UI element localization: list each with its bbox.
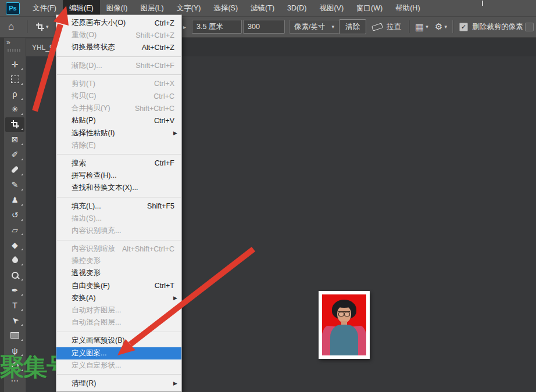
menubar-item[interactable]: 编辑(E) [63,0,100,16]
tool-flyout-corner [21,113,23,115]
menu-item-shortcut: Shift+F5 [147,202,174,210]
clone-stamp-tool[interactable]: ♟ [5,193,24,207]
content-aware-checkbox[interactable] [525,23,534,31]
options-divider [452,20,453,33]
tool-flyout-corner [21,264,23,265]
tool-flyout-corner [21,68,23,70]
tool-flyout-corner [21,249,23,250]
menu-separator [57,56,181,57]
home-icon[interactable]: ⌂ [8,21,14,33]
menu-item-label: 拼写检查(H)... [72,171,117,181]
magic-wand-tool[interactable]: ✳ [5,102,24,117]
resolution-unit-dropdown[interactable]: 像素/英寸 ▾ [289,20,340,34]
blur-tool[interactable] [5,253,24,267]
menu-item-label: 重做(O) [72,30,97,40]
menubar-item[interactable]: 图像(I) [100,0,134,16]
path-select-tool[interactable]: ➤ [5,313,24,328]
menu-item-shortcut: Ctrl+C [153,92,174,100]
submenu-arrow-icon: ▶ [173,130,177,136]
brush-tool[interactable]: ✎ [5,178,24,192]
delete-cropped-pixels-label[interactable]: 删除裁剪的像素 [472,22,523,32]
menu-item-label: 定义自定形状... [72,361,121,371]
crop-tool-preset-icon[interactable] [36,23,44,31]
menu-item-label: 选择性粘贴(I) [72,128,115,138]
menu-item[interactable]: 定义画笔预设(B)... [56,335,181,347]
lasso-tool-icon: ρ [13,90,17,98]
chevron-down-icon[interactable]: ▾ [46,24,49,30]
menubar-item[interactable]: 滤镜(T) [244,0,281,16]
menu-item[interactable]: 查找和替换文本(X)... [56,182,181,194]
eyedropper-tool[interactable]: ✐ [5,148,24,162]
menu-item: 清除(E) [56,139,181,152]
crop-resolution-input[interactable] [243,20,285,34]
move-tool[interactable]: ✛ [5,57,24,71]
menu-item[interactable]: 清理(R)▶ [56,377,181,390]
menu-item-shortcut: Alt+Shift+Ctrl+C [122,245,174,253]
straighten-label[interactable]: 拉直 [387,22,401,32]
rectangle-tool[interactable] [5,328,24,343]
magic-wand-tool-icon: ✳ [12,105,19,113]
crop-width-input[interactable] [192,20,242,34]
menu-item-label: 描边(S)... [72,214,102,224]
document-tab-label: YHL_9 [32,44,53,52]
eraser-tool[interactable]: ▱ [5,222,24,237]
menu-item[interactable]: 填充(L)...Shift+F5 [56,200,181,212]
menu-item[interactable]: 变换(A)▶ [56,292,181,304]
tool-flyout-corner [21,233,23,235]
paint-bucket-tool[interactable]: ◆ [5,238,24,252]
menubar-item[interactable]: 3D(D) [281,0,313,16]
expand-panels-icon[interactable]: » [6,38,10,46]
menu-item[interactable]: 选择性粘贴(I)▶ [56,127,181,139]
menu-item[interactable]: 切换最终状态Alt+Ctrl+Z [56,41,181,53]
menubar-item[interactable]: 帮助(H) [389,0,426,16]
marquee-tool[interactable] [5,72,24,87]
clear-button[interactable]: 清除 [339,19,366,34]
crop-tool[interactable] [5,117,24,132]
photoshop-logo: Ps [6,2,20,15]
tool-flyout-corner [21,294,23,296]
menu-item-shortcut: Shift+Ctrl+C [135,105,174,113]
toolbar-grip[interactable] [8,49,22,52]
paint-bucket-tool-icon: ◆ [12,241,18,249]
menubar-item[interactable]: 视图(V) [313,0,350,16]
menu-item[interactable]: 自由变换(F)Ctrl+T [56,280,181,292]
menu-item[interactable]: 还原画布大小(O)Ctrl+Z [56,17,181,29]
menu-item[interactable]: 搜索Ctrl+F [56,157,181,170]
menu-item-label: 还原画布大小(O) [72,18,126,28]
type-tool[interactable]: T [5,298,24,312]
menu-item-label: 清除(E) [72,141,96,150]
menubar-item[interactable]: 文件(F) [26,0,63,16]
overlay-grid-icon[interactable]: ▦ [415,21,424,33]
window-artifact [482,1,483,6]
menu-item: 渐隐(D)...Shift+Ctrl+F [56,60,181,72]
menu-separator [57,154,181,154]
menubar-item[interactable]: 窗口(W) [350,0,389,16]
dodge-tool[interactable] [5,268,24,282]
tools-panel: » ✛ρ✳⊠✐✎♟↺▱◆✒T➤ψ⋯ [4,37,26,392]
menu-item-shortcut: Shift+Ctrl+F [135,62,174,70]
toolbar-gutter [0,37,4,392]
pen-tool[interactable]: ✒ [5,283,24,297]
swap-dimensions-icon[interactable]: ▸ [183,24,186,30]
gear-icon[interactable]: ⚙ [435,21,442,32]
menubar-item[interactable]: 选择(S) [207,0,244,16]
menu-item-label: 操控变形 [72,256,101,266]
straighten-icon[interactable] [371,23,383,31]
edit-menu-dropdown: 还原画布大小(O)Ctrl+Z重做(O)Shift+Ctrl+Z切换最终状态Al… [56,15,182,392]
frame-tool-icon: ⊠ [12,135,19,143]
menubar-item[interactable]: 图层(L) [134,0,170,16]
dodge-tool-icon [11,271,19,279]
tool-flyout-corner [21,98,23,100]
move-tool-icon: ✛ [12,60,19,69]
menubar-item[interactable]: 文字(Y) [170,0,208,16]
delete-cropped-pixels-checkbox[interactable]: ✓ [459,23,468,31]
spot-healing-brush-tool[interactable] [5,163,24,177]
history-brush-tool[interactable]: ↺ [5,208,24,222]
frame-tool[interactable]: ⊠ [5,132,24,147]
menu-item[interactable]: 定义图案... [56,347,181,359]
menu-item[interactable]: 粘贴(P)Ctrl+V [56,114,181,127]
tool-flyout-corner [21,279,23,280]
lasso-tool[interactable]: ρ [5,87,24,102]
menu-item[interactable]: 透视变形 [56,267,181,279]
menu-item[interactable]: 拼写检查(H)... [56,170,181,182]
